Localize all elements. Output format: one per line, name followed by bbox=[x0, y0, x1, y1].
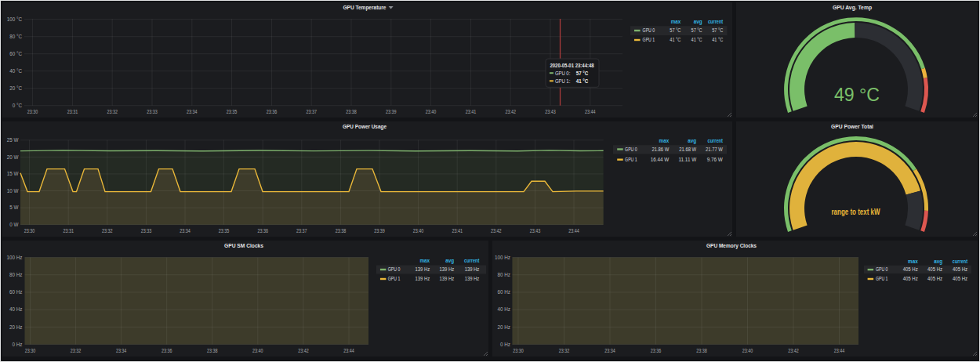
svg-text:23:38: 23:38 bbox=[696, 348, 707, 353]
svg-text:current: current bbox=[708, 138, 724, 143]
svg-text:23:30: 23:30 bbox=[25, 348, 36, 353]
svg-text:40 °C: 40 °C bbox=[9, 68, 22, 74]
svg-text:60 Hz: 60 Hz bbox=[9, 289, 22, 295]
svg-text:40 Hz: 40 Hz bbox=[9, 306, 22, 312]
svg-text:23:44: 23:44 bbox=[585, 109, 596, 114]
svg-text:139 Hz: 139 Hz bbox=[440, 276, 455, 281]
svg-text:405 Hz: 405 Hz bbox=[903, 266, 918, 272]
svg-text:23:38: 23:38 bbox=[207, 348, 218, 353]
svg-text:23:31: 23:31 bbox=[67, 109, 78, 114]
svg-text:23:40: 23:40 bbox=[426, 109, 437, 114]
svg-text:139 Hz: 139 Hz bbox=[465, 266, 480, 272]
svg-text:2020-05-01 23:44:48: 2020-05-01 23:44:48 bbox=[550, 63, 594, 68]
svg-text:23:37: 23:37 bbox=[306, 109, 317, 114]
svg-text:49 °C: 49 °C bbox=[834, 84, 880, 105]
svg-text:current: current bbox=[464, 258, 480, 263]
svg-text:0 °C: 0 °C bbox=[13, 103, 23, 108]
svg-text:avg: avg bbox=[445, 258, 454, 264]
svg-text:23:36: 23:36 bbox=[162, 348, 172, 353]
svg-text:GPU Memory Clocks: GPU Memory Clocks bbox=[706, 242, 757, 249]
svg-text:21.86 W: 21.86 W bbox=[652, 147, 669, 152]
svg-text:avg: avg bbox=[694, 19, 702, 25]
svg-text:GPU Power Usage: GPU Power Usage bbox=[343, 123, 387, 130]
svg-text:23:40: 23:40 bbox=[413, 228, 424, 233]
svg-text:23:42: 23:42 bbox=[788, 348, 799, 353]
svg-text:23:36: 23:36 bbox=[257, 228, 268, 233]
svg-text:GPU 1: GPU 1 bbox=[388, 276, 401, 281]
svg-text:9.76 W: 9.76 W bbox=[707, 157, 723, 162]
svg-text:23:44: 23:44 bbox=[834, 348, 845, 353]
svg-text:GPU 0: GPU 0 bbox=[876, 266, 888, 272]
svg-text:max: max bbox=[659, 138, 670, 143]
svg-text:current: current bbox=[708, 19, 724, 24]
svg-text:20 °C: 20 °C bbox=[9, 85, 22, 91]
svg-text:23:42: 23:42 bbox=[491, 228, 502, 233]
svg-text:23:40: 23:40 bbox=[252, 348, 263, 353]
svg-text:80 °C: 80 °C bbox=[9, 34, 22, 39]
svg-text:80 Hz: 80 Hz bbox=[9, 272, 22, 277]
svg-text:23:43: 23:43 bbox=[530, 228, 541, 233]
svg-text:5 W: 5 W bbox=[9, 205, 18, 210]
svg-text:139 Hz: 139 Hz bbox=[416, 266, 430, 272]
svg-text:40 Hz: 40 Hz bbox=[498, 306, 510, 312]
svg-text:57 °C: 57 °C bbox=[576, 71, 589, 76]
svg-text:23:32: 23:32 bbox=[102, 228, 113, 233]
svg-text:GPU 1: GPU 1 bbox=[643, 37, 655, 42]
svg-text:23:44: 23:44 bbox=[568, 228, 579, 233]
svg-text:23:34: 23:34 bbox=[187, 109, 198, 114]
svg-text:current: current bbox=[953, 259, 968, 264]
svg-text:20 Hz: 20 Hz bbox=[9, 324, 22, 330]
svg-text:23:34: 23:34 bbox=[116, 348, 127, 353]
svg-text:405 Hz: 405 Hz bbox=[927, 276, 942, 281]
svg-text:GPU Avg. Temp: GPU Avg. Temp bbox=[833, 4, 872, 11]
svg-text:23:30: 23:30 bbox=[27, 109, 38, 114]
svg-text:23:36: 23:36 bbox=[267, 109, 278, 114]
svg-text:GPU Temperature: GPU Temperature bbox=[343, 4, 387, 11]
svg-text:57 °C: 57 °C bbox=[670, 27, 681, 33]
svg-text:23:36: 23:36 bbox=[651, 348, 662, 353]
svg-text:GPU 0: GPU 0 bbox=[388, 266, 401, 272]
svg-text:23:33: 23:33 bbox=[141, 228, 152, 233]
svg-text:23:35: 23:35 bbox=[219, 228, 230, 233]
svg-text:avg: avg bbox=[688, 138, 696, 144]
svg-text:16.44 W: 16.44 W bbox=[651, 157, 670, 162]
svg-text:23:43: 23:43 bbox=[545, 109, 556, 114]
svg-text:23:39: 23:39 bbox=[386, 109, 397, 114]
svg-text:21.68 W: 21.68 W bbox=[679, 147, 696, 152]
svg-text:41 °C: 41 °C bbox=[712, 37, 723, 42]
svg-text:100 Hz: 100 Hz bbox=[7, 255, 23, 260]
svg-text:23:38: 23:38 bbox=[336, 228, 347, 233]
svg-text:max: max bbox=[671, 19, 681, 24]
svg-text:GPU 1: GPU 1 bbox=[625, 157, 637, 162]
svg-text:23:44: 23:44 bbox=[343, 348, 354, 353]
svg-text:57 °C: 57 °C bbox=[712, 27, 723, 33]
svg-text:23:34: 23:34 bbox=[180, 228, 191, 233]
svg-text:23:34: 23:34 bbox=[604, 348, 615, 353]
svg-text:23:42: 23:42 bbox=[298, 348, 309, 353]
svg-text:60 °C: 60 °C bbox=[9, 51, 22, 56]
svg-text:25 W: 25 W bbox=[7, 137, 19, 143]
svg-text:23:30: 23:30 bbox=[24, 228, 35, 233]
svg-text:avg: avg bbox=[934, 259, 942, 265]
svg-text:GPU SM Clocks: GPU SM Clocks bbox=[224, 242, 263, 249]
svg-text:23:39: 23:39 bbox=[374, 228, 385, 233]
svg-text:11.11 W: 11.11 W bbox=[679, 157, 697, 162]
svg-text:60 Hz: 60 Hz bbox=[498, 289, 510, 295]
svg-text:23:37: 23:37 bbox=[296, 228, 307, 233]
svg-text:41 °C: 41 °C bbox=[670, 37, 681, 42]
svg-text:21.77 W: 21.77 W bbox=[706, 147, 723, 152]
svg-text:405 Hz: 405 Hz bbox=[903, 276, 918, 281]
svg-text:20 Hz: 20 Hz bbox=[498, 324, 510, 330]
svg-text:23:41: 23:41 bbox=[466, 109, 477, 114]
svg-text:GPU 0: GPU 0 bbox=[625, 147, 637, 152]
svg-text:23:38: 23:38 bbox=[346, 109, 357, 114]
svg-text:15 W: 15 W bbox=[7, 171, 19, 176]
svg-text:GPU 1:: GPU 1: bbox=[555, 78, 571, 84]
svg-text:57 °C: 57 °C bbox=[691, 27, 702, 33]
svg-text:0 Hz: 0 Hz bbox=[13, 342, 23, 347]
svg-text:max: max bbox=[419, 258, 430, 263]
svg-text:41 °C: 41 °C bbox=[576, 78, 589, 84]
svg-text:100 Hz: 100 Hz bbox=[495, 255, 510, 260]
svg-text:23:35: 23:35 bbox=[227, 109, 238, 114]
svg-text:23:32: 23:32 bbox=[71, 348, 82, 353]
